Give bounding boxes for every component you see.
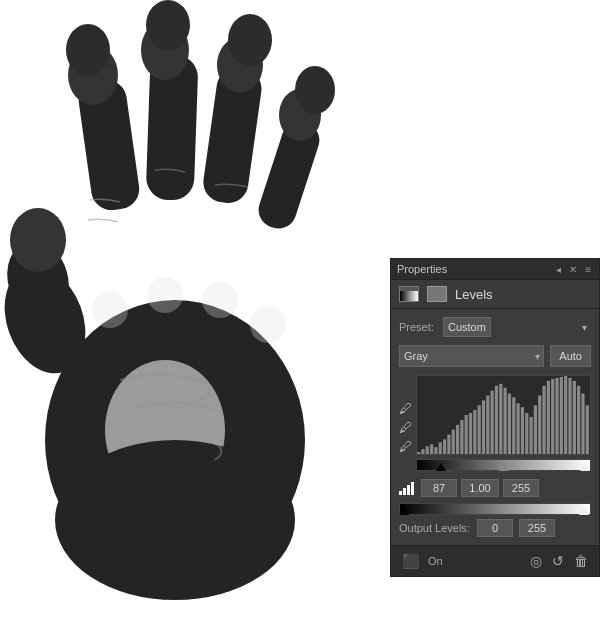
svg-point-14 — [228, 14, 272, 66]
svg-rect-62 — [586, 405, 589, 454]
output-white-slider[interactable] — [579, 507, 589, 515]
white-eyedropper-btn[interactable]: 🖊 — [399, 440, 412, 453]
svg-rect-34 — [465, 415, 468, 454]
svg-rect-49 — [529, 417, 532, 454]
histogram-container — [416, 375, 591, 455]
svg-rect-63 — [399, 491, 402, 495]
panel-footer: ⬛ On ◎ ↺ 🗑 — [391, 545, 599, 576]
svg-rect-30 — [447, 435, 450, 455]
svg-rect-58 — [568, 378, 571, 454]
output-levels-label: Output Levels: — [399, 522, 471, 534]
svg-rect-32 — [456, 425, 459, 454]
svg-rect-40 — [491, 391, 494, 454]
delete-btn[interactable]: 🗑 — [571, 551, 591, 571]
svg-rect-39 — [486, 396, 489, 455]
svg-rect-38 — [482, 400, 485, 454]
svg-rect-23 — [417, 452, 420, 454]
svg-rect-65 — [407, 485, 410, 495]
eye-visibility-btn[interactable]: ◎ — [527, 551, 545, 571]
histogram-area — [416, 375, 591, 475]
preset-select[interactable]: Custom — [443, 317, 491, 337]
svg-rect-54 — [551, 379, 554, 454]
panel-menu-btn[interactable]: ≡ — [583, 264, 593, 275]
eyedropper-tools: 🖊 🖊 🖊 — [399, 375, 412, 475]
output-white-field[interactable] — [519, 519, 555, 537]
levels-icon-small — [399, 480, 415, 496]
output-levels-slider[interactable] — [399, 503, 591, 515]
svg-rect-59 — [573, 381, 576, 454]
svg-point-22 — [250, 307, 286, 343]
histogram-section: 🖊 🖊 🖊 — [399, 375, 591, 475]
levels-histogram-icon — [399, 286, 419, 302]
svg-rect-61 — [581, 394, 584, 454]
svg-rect-36 — [473, 410, 476, 454]
svg-rect-41 — [495, 386, 498, 454]
svg-rect-31 — [452, 430, 455, 454]
input-mid-field[interactable] — [461, 479, 499, 497]
svg-rect-37 — [478, 405, 481, 454]
svg-rect-43 — [504, 388, 507, 454]
svg-point-19 — [92, 292, 128, 328]
input-levels-slider[interactable] — [416, 459, 591, 471]
svg-rect-55 — [555, 378, 558, 454]
output-black-slider[interactable] — [399, 507, 409, 515]
panel-collapse-btn[interactable]: ◂ — [554, 264, 563, 275]
panel-header: Properties ◂ ✕ ≡ — [391, 259, 599, 280]
panel-controls: ◂ ✕ ≡ — [554, 264, 593, 275]
on-label: On — [428, 555, 443, 567]
levels-label: Levels — [455, 287, 493, 302]
svg-rect-53 — [547, 381, 550, 454]
histogram-svg — [417, 376, 590, 454]
svg-rect-57 — [564, 376, 567, 454]
preset-select-wrapper: Custom — [443, 317, 591, 337]
panel-title: Properties — [397, 263, 447, 275]
footer-right-tools: ◎ ↺ 🗑 — [527, 551, 591, 571]
output-levels-row: Output Levels: — [399, 519, 591, 537]
levels-gradient-icon — [427, 286, 447, 302]
svg-rect-26 — [430, 444, 433, 454]
channel-row: Gray Auto — [399, 345, 591, 367]
white-point-slider[interactable] — [580, 463, 590, 471]
properties-panel: Properties ◂ ✕ ≡ Levels Preset: Custom — [390, 258, 600, 577]
black-eyedropper-btn[interactable]: 🖊 — [399, 402, 412, 415]
svg-rect-46 — [516, 403, 519, 454]
svg-rect-60 — [577, 386, 580, 454]
svg-rect-47 — [521, 407, 524, 454]
svg-rect-35 — [469, 413, 472, 454]
svg-rect-52 — [542, 386, 545, 454]
svg-rect-29 — [443, 439, 446, 454]
svg-rect-51 — [538, 396, 541, 455]
svg-point-21 — [202, 282, 238, 318]
svg-point-11 — [146, 0, 190, 50]
auto-button[interactable]: Auto — [550, 345, 591, 367]
midpoint-slider[interactable] — [499, 463, 509, 471]
svg-rect-48 — [525, 413, 528, 454]
svg-rect-27 — [434, 447, 437, 454]
input-levels-icon — [399, 481, 415, 495]
mask-btn[interactable]: ⬛ — [399, 551, 422, 571]
gray-eyedropper-btn[interactable]: 🖊 — [399, 421, 412, 434]
levels-header: Levels — [391, 280, 599, 309]
svg-rect-50 — [534, 405, 537, 454]
svg-rect-28 — [439, 442, 442, 454]
channel-select[interactable]: Gray — [399, 345, 544, 367]
svg-point-8 — [66, 24, 110, 76]
input-levels-values — [399, 479, 591, 497]
svg-rect-24 — [421, 449, 424, 454]
undo-btn[interactable]: ↺ — [549, 551, 567, 571]
svg-rect-64 — [403, 488, 406, 495]
black-point-slider[interactable] — [436, 463, 446, 471]
output-black-field[interactable] — [477, 519, 513, 537]
input-black-field[interactable] — [421, 479, 457, 497]
svg-point-18 — [55, 440, 295, 600]
hand-image — [0, 0, 380, 619]
svg-point-20 — [147, 277, 183, 313]
input-white-field[interactable] — [503, 479, 539, 497]
preset-row: Preset: Custom — [399, 317, 591, 337]
svg-rect-56 — [560, 377, 563, 454]
svg-point-5 — [10, 208, 66, 272]
panel-close-btn[interactable]: ✕ — [567, 264, 579, 275]
svg-rect-45 — [512, 397, 515, 454]
preset-label: Preset: — [399, 321, 437, 333]
svg-point-17 — [295, 66, 335, 114]
